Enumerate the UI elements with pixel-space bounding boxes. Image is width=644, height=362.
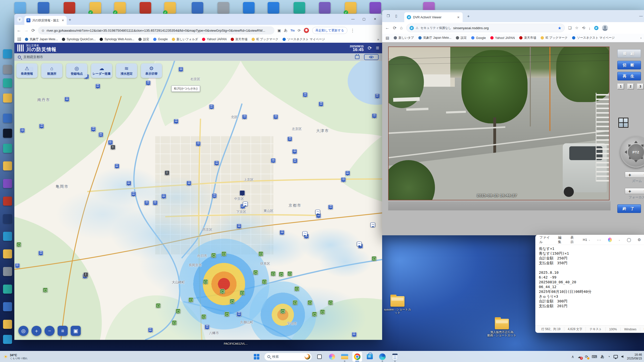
- desktop-icon[interactable]: ✓: [345, 2, 356, 14]
- bookmark-item[interactable]: 設定: [138, 37, 149, 41]
- desktop-icon[interactable]: [3, 335, 12, 344]
- map-tool-発表情報[interactable]: ⚠発表情報: [16, 63, 37, 78]
- bookmark-item[interactable]: 楽天市場: [519, 36, 536, 40]
- notepad-taskbar-button[interactable]: [390, 352, 400, 362]
- bookmark-item[interactable]: 新しいタブ: [394, 36, 414, 40]
- desktop-icon[interactable]: [3, 232, 12, 241]
- desktop-icon[interactable]: [370, 2, 381, 14]
- menu-view[interactable]: 表示: [570, 235, 576, 244]
- zoom-in-icon[interactable]: ＋: [628, 172, 632, 178]
- apps-grid-icon[interactable]: [17, 37, 21, 41]
- desktop-icon[interactable]: [140, 2, 151, 14]
- settings-gear-icon[interactable]: ⚙: [638, 238, 641, 242]
- touch-keyboard-icon[interactable]: ⌨: [592, 354, 597, 359]
- map-canvas[interactable]: !!!〜〜〜〜〜 北区右京区左京区上京区中京区下京区東山区西京区伏見区京都市大津…: [14, 61, 382, 340]
- minimize-button[interactable]: —: [347, 15, 358, 23]
- channel-1-button[interactable]: 1: [617, 83, 624, 89]
- edge-url-text[interactable]: sinsenyasai.nsddns.org: [453, 26, 556, 30]
- map-tool-観測所[interactable]: ⌂観測所: [41, 63, 62, 78]
- desktop-icon[interactable]: [3, 94, 12, 103]
- legend-list-button[interactable]: ≡: [58, 326, 68, 336]
- desktop-icon[interactable]: [3, 267, 12, 276]
- connect-button[interactable]: 接 続: [617, 49, 641, 58]
- update-icon[interactable]: ⟳: [585, 354, 588, 359]
- tab-search-button[interactable]: ∨: [17, 17, 22, 22]
- ptz-up-arrow[interactable]: [634, 139, 638, 143]
- ptz-left-arrow[interactable]: [623, 150, 627, 154]
- bookmark-item[interactable]: 設定: [456, 36, 467, 40]
- edge-back-icon[interactable]: ←: [385, 25, 389, 30]
- split-view-icon[interactable]: [618, 118, 628, 128]
- edge-taskbar-button[interactable]: [377, 352, 387, 362]
- menu-edit[interactable]: 編集: [558, 235, 564, 244]
- widgets-weather-button[interactable]: ☀ 34°C くもり時々晴れ: [0, 351, 31, 362]
- focus-in-icon[interactable]: ＋: [628, 188, 632, 194]
- reload-icon[interactable]: ⟳: [31, 28, 35, 33]
- bookmark-item[interactable]: Yahoo! JAPAN: [490, 36, 515, 40]
- collections-icon[interactable]: ❏: [568, 26, 572, 30]
- desktop-icon[interactable]: [3, 78, 12, 87]
- more-options-icon[interactable]: ···: [597, 238, 601, 242]
- edge-address-bar[interactable]: e ⚠ セキュリティ保護なし sinsenyasai.nsddns.org ★: [406, 24, 565, 32]
- desktop-icon[interactable]: ✓: [114, 2, 126, 14]
- desktop-icon[interactable]: [3, 49, 12, 58]
- copilot-button[interactable]: [327, 352, 337, 362]
- edge-tab-close-icon[interactable]: ✕: [457, 16, 460, 19]
- url-text[interactable]: river.go.jp/kawabou/mb?zm=12&clat=35.019…: [47, 29, 265, 32]
- vertical-tabs-icon[interactable]: ▯: [395, 14, 397, 18]
- desktop-icon[interactable]: [3, 65, 12, 74]
- desktop-icon-syasinn[interactable]: syasinn - ショートカ ット: [383, 296, 412, 314]
- focus-control[interactable]: ＋−: [625, 188, 644, 194]
- geolocate-button[interactable]: ◎: [18, 326, 28, 336]
- desktop-icon[interactable]: [3, 129, 12, 138]
- address-bar[interactable]: ⊙ river.go.jp/kawabou/mb?zm=12&clat=35.0…: [38, 26, 274, 34]
- style-selector[interactable]: H1⌄: [583, 238, 590, 242]
- workspaces-icon[interactable]: ❐: [387, 14, 390, 18]
- zoom-control[interactable]: ＋−: [625, 172, 644, 178]
- close-button[interactable]: ✕: [370, 15, 381, 23]
- map-search-bar[interactable]: 京都府京都市: [14, 53, 382, 61]
- bookmark-item[interactable]: 気象庁 Japan Mete...: [418, 36, 451, 40]
- reading-list-icon[interactable]: ▤: [386, 36, 389, 40]
- desktop-icon[interactable]: [319, 2, 331, 14]
- history-icon[interactable]: ⟲: [582, 26, 585, 30]
- desktop-icon[interactable]: [268, 2, 279, 14]
- map-tool-登録地点[interactable]: ◎登録地点: [66, 63, 87, 78]
- bookmark-item[interactable]: Yahoo! JAPAN: [202, 37, 226, 41]
- map-tool-レーダー雨量[interactable]: ☁レーダー雨量: [91, 63, 112, 78]
- calendar-icon[interactable]: [355, 55, 359, 59]
- desktop-icon[interactable]: [3, 214, 12, 223]
- taskbar-search[interactable]: 検索: [264, 353, 312, 361]
- desktop-icon[interactable]: [294, 2, 305, 14]
- desktop-icon-pacifica-label[interactable]: PACIFICA612VL...: [217, 342, 255, 345]
- camera-panel-button[interactable]: ▣: [71, 326, 81, 336]
- desktop-icon[interactable]: [243, 2, 255, 14]
- favorites-icon[interactable]: ☆: [575, 26, 578, 30]
- profile-avatar[interactable]: [304, 28, 309, 33]
- play-button[interactable]: 再 生: [617, 72, 641, 80]
- restart-update-button[interactable]: 再起動して更新する: [312, 27, 347, 34]
- bookmarks-overflow-icon[interactable]: »: [377, 37, 379, 41]
- ptz-down-arrow[interactable]: [634, 160, 638, 164]
- map-tool-表示切替[interactable]: ⚙表示切替: [141, 63, 162, 78]
- edge-new-tab-button[interactable]: +: [467, 14, 470, 19]
- desktop-icon[interactable]: ✓: [90, 2, 101, 14]
- bookmarks-overflow-icon[interactable]: ›: [640, 36, 641, 40]
- bookmark-item[interactable]: Synology QuickCon...: [62, 37, 96, 41]
- copilot-icon[interactable]: [608, 238, 612, 242]
- edge-profile-avatar[interactable]: [602, 25, 608, 31]
- desktop-icon[interactable]: [38, 2, 49, 14]
- bookmark-item[interactable]: Synology Web Assis...: [100, 37, 134, 41]
- bookmark-item[interactable]: 気象庁 Japan Mete...: [25, 37, 58, 41]
- map-tool-浸水想定[interactable]: ≋浸水想定: [116, 63, 137, 78]
- edge-home-icon[interactable]: ⌂: [400, 25, 403, 30]
- bookmark-item[interactable]: Google: [153, 37, 168, 41]
- zoom-in-button[interactable]: ＋: [31, 326, 42, 336]
- chrome-taskbar-button[interactable]: [352, 352, 362, 362]
- edge-minimize-button[interactable]: —: [639, 14, 643, 18]
- bookmark-item[interactable]: 楽天市場: [231, 37, 248, 41]
- desktop-icon[interactable]: [3, 197, 12, 206]
- desktop-icon[interactable]: [14, 2, 26, 14]
- forward-icon[interactable]: →: [24, 28, 28, 33]
- channel-2-button[interactable]: 2: [627, 83, 634, 89]
